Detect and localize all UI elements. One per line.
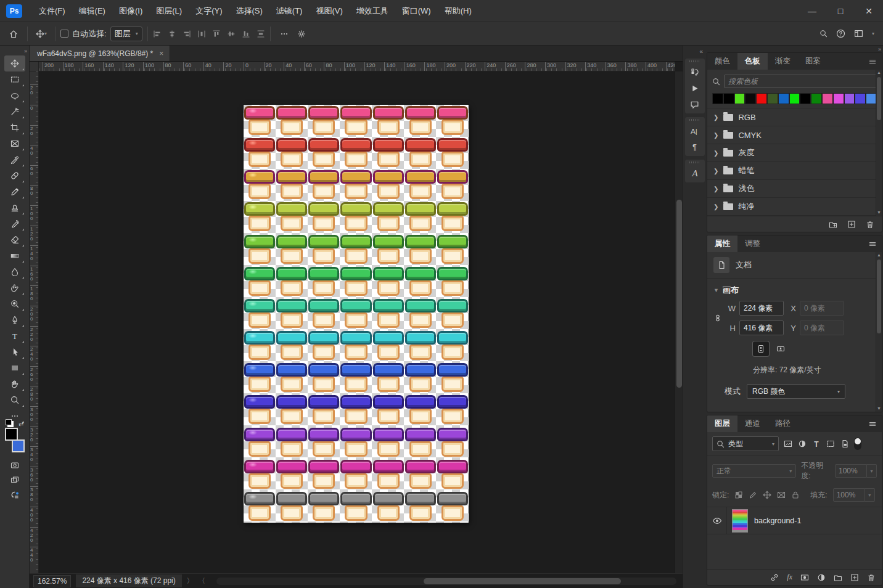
swatch-chip[interactable]	[833, 93, 844, 104]
fill-field[interactable]: 100%	[833, 488, 865, 502]
swatch-group-RGB[interactable]: ❯RGB	[707, 108, 882, 126]
tool-frame[interactable]	[4, 136, 25, 152]
tool-blur[interactable]	[4, 264, 25, 280]
horizontal-ruler[interactable]: 2001801601401201008060402002040608010012…	[39, 62, 675, 71]
swatch-chip[interactable]	[778, 93, 789, 104]
properties-scrollbar[interactable]: ▲ ▼	[876, 252, 882, 412]
filter-type-layers-icon[interactable]: T	[812, 439, 821, 448]
menu-视图[interactable]: 视图(V)	[309, 0, 349, 22]
screen-mode-icon[interactable]	[10, 476, 19, 484]
menu-滤镜[interactable]: 滤镜(T)	[269, 0, 310, 22]
landscape-orientation-button[interactable]	[773, 341, 789, 356]
swatches-tab-渐变[interactable]: 渐变	[768, 53, 798, 70]
canvas-image[interactable]	[244, 105, 469, 523]
lock-all-icon[interactable]	[791, 491, 800, 499]
swatch-group-CMYK[interactable]: ❯CMYK	[707, 126, 882, 144]
default-colors-icon[interactable]	[6, 419, 12, 425]
filter-shape-layers-icon[interactable]	[826, 439, 835, 448]
scroll-up-icon[interactable]: ▲	[876, 70, 882, 76]
swatch-chip[interactable]	[767, 93, 778, 104]
panels-collapse-toggle[interactable]: »	[878, 46, 881, 52]
auto-select-checkbox[interactable]	[60, 30, 68, 38]
tool-dodge[interactable]	[4, 296, 25, 312]
tool-move[interactable]	[4, 55, 25, 71]
lock-artboard-icon[interactable]	[777, 491, 786, 499]
swatch-group-灰度[interactable]: ❯灰度	[707, 144, 882, 162]
swatch-group-纯净[interactable]: ❯纯净	[707, 198, 882, 216]
close-button[interactable]: ✕	[855, 0, 883, 22]
lock-pixels-icon[interactable]	[749, 491, 757, 499]
link-dimensions-icon[interactable]	[713, 314, 722, 322]
add-mask-icon[interactable]	[800, 573, 809, 582]
delete-layer-icon[interactable]	[867, 573, 876, 582]
comments-panel-button[interactable]	[686, 96, 704, 112]
vertical-ruler[interactable]: 2 002 04 06 08 01 0 01 2 01 4 01 6 01 8 …	[30, 71, 39, 573]
lock-transparency-icon[interactable]	[734, 491, 743, 499]
foreground-color-swatch[interactable]	[5, 428, 18, 441]
chevron-right-icon[interactable]: ❯	[713, 203, 718, 210]
align-left-icon[interactable]	[153, 30, 162, 38]
swatch-chip[interactable]	[800, 93, 811, 104]
new-layer-icon[interactable]	[850, 573, 859, 582]
maximize-button[interactable]: □	[826, 0, 855, 22]
auto-select-target-dropdown[interactable]: 图层 ▾	[110, 27, 142, 41]
layer-style-icon[interactable]: fx	[787, 573, 792, 582]
menu-文字[interactable]: 文字(Y)	[189, 0, 229, 22]
vertical-scrollbar-thumb[interactable]	[676, 200, 682, 388]
new-group-icon[interactable]	[829, 220, 837, 229]
distribute-v-icon[interactable]	[257, 30, 265, 38]
layer-row[interactable]: background-1	[707, 507, 882, 534]
status-prev-icon[interactable]: 〈	[199, 576, 205, 586]
chevron-right-icon[interactable]: ❯	[713, 168, 718, 174]
x-field[interactable]: 0 像素	[800, 301, 844, 316]
glyphs-panel-button[interactable]: A	[686, 165, 704, 181]
menu-图像[interactable]: 图像(I)	[112, 0, 149, 22]
blend-mode-dropdown[interactable]: 正常 ▾	[712, 464, 796, 478]
scroll-down-icon[interactable]: ▼	[876, 406, 882, 412]
swatch-chip[interactable]	[723, 93, 734, 104]
tool-magic-wand[interactable]	[4, 104, 25, 120]
status-next-icon[interactable]: 〉	[187, 576, 194, 586]
layers-tab-图层[interactable]: 图层	[707, 415, 737, 432]
layers-tab-通道[interactable]: 通道	[737, 415, 768, 432]
color-mode-dropdown[interactable]: RGB 颜色 ▾	[747, 384, 845, 399]
ruler-origin-corner[interactable]	[30, 62, 39, 71]
horizontal-scrollbar[interactable]	[216, 578, 676, 585]
swatches-tab-颜色[interactable]: 颜色	[707, 53, 737, 70]
swatch-chip[interactable]	[734, 93, 745, 104]
properties-tab-属性[interactable]: 属性	[707, 235, 737, 252]
swatches-scrollbar[interactable]: ▲ ▼	[876, 70, 882, 216]
menu-选择[interactable]: 选择(S)	[229, 0, 269, 22]
chevron-down-icon[interactable]: ▾	[872, 31, 874, 36]
search-icon[interactable]	[819, 30, 828, 38]
y-field[interactable]: 0 像素	[800, 321, 844, 335]
filter-adjustment-layers-icon[interactable]	[798, 439, 807, 448]
tool-pen[interactable]	[4, 312, 25, 328]
character-panel-button[interactable]: A|	[686, 123, 704, 139]
new-adjustment-icon[interactable]	[817, 573, 826, 582]
opacity-field[interactable]: 100%	[835, 464, 867, 478]
actions-panel-button[interactable]	[686, 80, 704, 96]
document-tab[interactable]: wFa64dvS.png @ 163%(RGB/8#) * ×	[30, 46, 170, 61]
home-button[interactable]	[5, 25, 22, 43]
chevron-right-icon[interactable]: ❯	[713, 132, 718, 139]
tool-zoom-tool[interactable]	[4, 392, 25, 408]
chevron-right-icon[interactable]: ❯	[713, 114, 718, 121]
chevron-down-icon[interactable]: ▼	[713, 287, 719, 293]
toolbar-expand-toggle[interactable]: »	[24, 48, 27, 54]
workspace-settings-button[interactable]	[293, 25, 310, 43]
filter-smart-objects-icon[interactable]	[840, 439, 849, 448]
delete-swatch-icon[interactable]	[866, 220, 874, 229]
menu-帮助[interactable]: 帮助(H)	[438, 0, 478, 22]
menu-编辑[interactable]: 编辑(E)	[72, 0, 112, 22]
tool-rectangle[interactable]	[4, 360, 25, 376]
panel-menu-icon[interactable]	[868, 53, 882, 70]
more-options-button[interactable]	[276, 25, 293, 43]
tool-type[interactable]: T	[4, 328, 25, 344]
new-group-icon[interactable]	[834, 573, 842, 582]
tool-smudge[interactable]	[4, 280, 25, 296]
tool-lasso[interactable]	[4, 88, 25, 104]
menu-窗口[interactable]: 窗口(W)	[395, 0, 438, 22]
layer-visibility-toggle[interactable]	[707, 507, 727, 534]
tool-hand[interactable]	[4, 376, 25, 392]
